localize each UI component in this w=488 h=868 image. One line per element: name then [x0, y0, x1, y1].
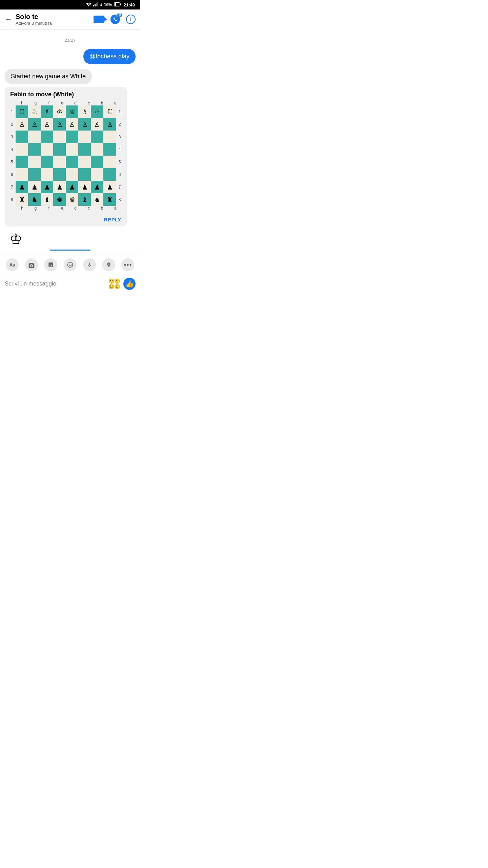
- cell-a2: ♙: [103, 118, 116, 131]
- cell-c3: [78, 131, 91, 143]
- emoji-button[interactable]: [64, 258, 77, 271]
- col-g: g: [29, 101, 42, 105]
- cell-d3: [66, 131, 78, 143]
- cell-b6: [91, 168, 103, 181]
- cell-h4: [16, 143, 28, 156]
- chess-card: Fabio to move (White) h g f e d c b a 1 …: [5, 87, 127, 226]
- cell-c8: ♝: [78, 193, 91, 206]
- chess-board-container: h g f e d c b a 1 ♖ ♘ ♗ ♔ ♕ ♗ ♘: [5, 101, 127, 214]
- cell-b5: [91, 156, 103, 168]
- hd-badge: HD: [117, 13, 122, 17]
- location-button[interactable]: [102, 258, 115, 271]
- row-label-5-right: 5: [116, 160, 123, 164]
- cell-h1: ♖: [16, 105, 28, 118]
- chess-row-2-cells: ♙ ♙ ♙ ♙ ♙ ♙ ♙ ♙: [16, 118, 116, 131]
- sent-message-container: @fbchess play: [5, 49, 136, 64]
- cell-f2: ♙: [41, 118, 53, 131]
- row-label-7: 7: [8, 185, 16, 190]
- chat-area: 21:27 @fbchess play Started new game as …: [0, 29, 140, 255]
- chess-row-1-cells: ♖ ♘ ♗ ♔ ♕ ♗ ♘ ♖: [16, 105, 116, 118]
- phone-call-button[interactable]: HD: [110, 15, 120, 24]
- cell-e7: ♟: [53, 181, 66, 193]
- cell-a7: ♟: [103, 181, 116, 193]
- contact-name: Solo te: [16, 13, 94, 21]
- image-button[interactable]: [44, 258, 57, 271]
- like-button[interactable]: 👍: [123, 278, 136, 290]
- cell-b7: ♟: [91, 181, 103, 193]
- reply-button[interactable]: REPLY: [104, 217, 121, 222]
- mic-button[interactable]: [83, 258, 96, 271]
- cell-c2: ♙: [78, 118, 91, 131]
- cell-g3: [28, 131, 41, 143]
- board-row-8: 8 ♜ ♞ ♝ ♚ ♛ ♝ ♞ ♜ 8: [8, 193, 123, 206]
- svg-rect-3: [96, 3, 97, 6]
- toolbar: Aa •••: [0, 255, 140, 275]
- col-e: e: [56, 101, 69, 105]
- board-row-3: 3 3: [8, 131, 123, 143]
- col-labels-bottom: h g f e d c b a: [8, 206, 123, 211]
- row-label-2: 2: [8, 122, 16, 127]
- col-b: b: [96, 101, 109, 105]
- col-h: h: [16, 101, 29, 105]
- video-call-button[interactable]: [94, 16, 104, 23]
- king-icon: ♔: [9, 232, 22, 246]
- col-f: f: [42, 101, 56, 105]
- cell-h6: [16, 168, 28, 181]
- download-icon: ⬇: [100, 3, 102, 7]
- cell-c6: [78, 168, 91, 181]
- cell-e2: ♙: [53, 118, 66, 131]
- cell-h3: [16, 131, 28, 143]
- bottom-avatar-area: ♔: [5, 229, 136, 249]
- cell-f8: ♝: [41, 193, 53, 206]
- cell-a1: ♖: [103, 105, 116, 118]
- row-label-1: 1: [8, 110, 16, 114]
- col-c: c: [82, 101, 95, 105]
- board-row-7: 7 ♟ ♟ ♟ ♟ ♟ ♟ ♟ ♟ 7: [8, 181, 123, 193]
- board-row-5: 5 5: [8, 156, 123, 168]
- more-button[interactable]: •••: [121, 258, 134, 271]
- cell-d2: ♙: [66, 118, 78, 131]
- cell-g8: ♞: [28, 193, 41, 206]
- cell-a8: ♜: [103, 193, 116, 206]
- info-button[interactable]: i: [126, 15, 136, 24]
- cell-d5: [66, 156, 78, 168]
- message-input[interactable]: [5, 280, 105, 287]
- svg-rect-7: [114, 3, 116, 6]
- cell-c7: ♟: [78, 181, 91, 193]
- cell-g2: ♙: [28, 118, 41, 131]
- row-label-4: 4: [8, 147, 16, 152]
- chess-row-3-cells: [16, 131, 116, 143]
- text-input-button[interactable]: Aa: [6, 258, 19, 271]
- battery-icon: [114, 2, 121, 7]
- cell-e5: [53, 156, 66, 168]
- aa-label: Aa: [9, 262, 15, 268]
- thumbs-up-icon: 👍: [125, 280, 134, 288]
- more-icon: •••: [124, 261, 132, 269]
- cell-f5: [41, 156, 53, 168]
- emoji-reaction-button[interactable]: 🙂🙂 🙂🙂: [108, 278, 120, 289]
- back-button[interactable]: ←: [5, 16, 12, 23]
- svg-rect-2: [95, 4, 96, 6]
- status-bar: ⬇ 16% 21:49: [0, 0, 140, 9]
- svg-rect-1: [93, 5, 94, 6]
- cell-b2: ♙: [91, 118, 103, 131]
- cell-d1: ♕: [66, 105, 78, 118]
- col-d: d: [69, 101, 82, 105]
- received-message-bubble: Started new game as White: [5, 69, 92, 84]
- cell-f4: [41, 143, 53, 156]
- cell-b3: [91, 131, 103, 143]
- board-row-2: 2 ♙ ♙ ♙ ♙ ♙ ♙ ♙ ♙ 2: [8, 118, 123, 131]
- row-label-1-right: 1: [116, 110, 123, 114]
- chess-row-6-cells: [16, 168, 116, 181]
- cell-d7: ♟: [66, 181, 78, 193]
- camera-button[interactable]: [25, 258, 38, 271]
- status-time: 21:49: [124, 2, 135, 7]
- cell-e3: [53, 131, 66, 143]
- input-area: 🙂🙂 🙂🙂 👍: [0, 275, 140, 294]
- contact-status: Attivo/a 3 minuti fa: [16, 21, 94, 26]
- cell-e6: [53, 168, 66, 181]
- signal-icon: [93, 2, 98, 7]
- cell-g7: ♟: [28, 181, 41, 193]
- cell-e4: [53, 143, 66, 156]
- row-label-8: 8: [8, 197, 16, 202]
